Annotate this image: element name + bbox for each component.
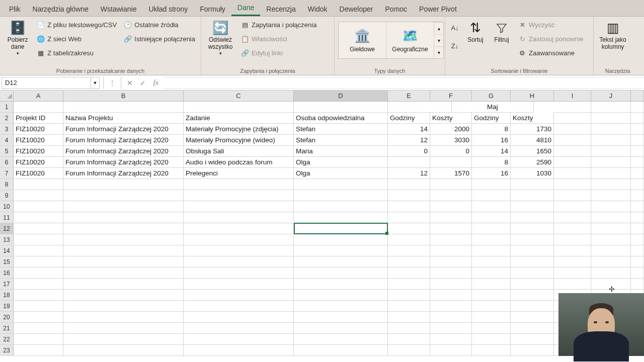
cell[interactable]	[63, 345, 184, 356]
cell[interactable]	[63, 301, 184, 312]
cell[interactable]	[511, 301, 554, 312]
cell[interactable]: Olga	[294, 157, 388, 168]
cell[interactable]	[184, 234, 294, 245]
cell[interactable]	[63, 290, 184, 301]
row-header[interactable]: 1	[0, 102, 14, 113]
cell[interactable]	[184, 334, 294, 345]
cell[interactable]	[631, 135, 644, 146]
from-web-button[interactable]: 🌐Z sieci Web	[35, 33, 119, 45]
cell[interactable]: Forum Informacji Zarządczej 2020	[63, 157, 184, 168]
cell[interactable]	[591, 146, 631, 157]
cell[interactable]: 1730	[511, 124, 554, 135]
stocks-datatype-button[interactable]: 🏛️ Giełdowe	[339, 22, 386, 58]
cell[interactable]: 2000	[430, 124, 472, 135]
cell[interactable]	[591, 212, 631, 223]
filter-button[interactable]: Filtruj	[490, 19, 513, 45]
cell[interactable]	[430, 267, 472, 279]
cell[interactable]	[591, 168, 631, 179]
row-header[interactable]: 5	[0, 146, 14, 157]
cell[interactable]	[294, 245, 388, 256]
cell[interactable]: Maj	[452, 102, 534, 113]
existing-connections-button[interactable]: 🔗Istniejące połączenia	[122, 33, 197, 45]
cell[interactable]: Koszty	[430, 113, 472, 124]
cell[interactable]	[63, 245, 184, 256]
cell[interactable]	[554, 135, 591, 146]
cell[interactable]	[388, 212, 430, 223]
cell[interactable]	[63, 179, 184, 190]
cell[interactable]	[631, 279, 644, 290]
cell[interactable]	[388, 157, 430, 168]
cell[interactable]	[472, 267, 511, 279]
row-header[interactable]: 17	[0, 279, 14, 290]
cell[interactable]: Koszty	[511, 113, 554, 124]
recent-sources-button[interactable]: 🕑Ostatnie źródła	[122, 19, 197, 31]
cell[interactable]	[184, 267, 294, 279]
cell[interactable]	[430, 334, 472, 345]
sort-asc-button[interactable]: A↓	[449, 22, 461, 34]
cell[interactable]	[63, 212, 184, 223]
cell[interactable]	[430, 345, 472, 356]
cell[interactable]	[430, 245, 472, 256]
cell[interactable]: Nazwa Projektu	[63, 113, 184, 124]
gallery-more-button[interactable]: ▾	[434, 46, 443, 58]
cell[interactable]	[184, 212, 294, 223]
cell[interactable]	[294, 190, 388, 201]
cell[interactable]: FIZ10020	[14, 124, 63, 135]
cell[interactable]	[14, 279, 63, 290]
cell[interactable]	[430, 223, 472, 234]
cell[interactable]: Materiały Promocyjne (wideo)	[184, 135, 294, 146]
cell[interactable]	[631, 157, 644, 168]
cell[interactable]	[591, 135, 631, 146]
cell[interactable]	[63, 201, 184, 212]
tab-home[interactable]: Narzędzia główne	[27, 2, 95, 16]
cell[interactable]	[294, 234, 388, 245]
col-header-g[interactable]: G	[472, 90, 511, 101]
get-data-button[interactable]: 🗄️ Pobierz dane ▾	[4, 19, 32, 57]
cell[interactable]	[14, 223, 63, 234]
cell[interactable]	[294, 201, 388, 212]
cell[interactable]	[430, 301, 472, 312]
cell[interactable]	[63, 102, 184, 113]
cell[interactable]	[388, 245, 430, 256]
cell[interactable]: Forum Informacji Zarządczej 2020	[63, 135, 184, 146]
tab-powerpivot[interactable]: Power Pivot	[413, 2, 463, 16]
cell[interactable]	[631, 267, 644, 279]
cell[interactable]	[184, 223, 294, 234]
cell[interactable]	[388, 290, 430, 301]
cell[interactable]	[388, 190, 430, 201]
cell[interactable]	[184, 201, 294, 212]
cell[interactable]	[511, 312, 554, 323]
cell[interactable]: 8	[472, 157, 511, 168]
cell[interactable]: Materiały Promocyjne (zdjęcia)	[184, 124, 294, 135]
cell[interactable]	[430, 201, 472, 212]
col-header-f[interactable]: F	[430, 90, 472, 101]
cell[interactable]: Zadanie	[184, 113, 294, 124]
cell[interactable]	[14, 179, 63, 190]
cell[interactable]	[472, 323, 511, 334]
col-header-i[interactable]: I	[554, 90, 591, 101]
cell[interactable]	[430, 179, 472, 190]
cell[interactable]	[63, 334, 184, 345]
cell[interactable]	[511, 212, 554, 223]
cell[interactable]	[554, 157, 591, 168]
cell[interactable]: 3030	[430, 135, 472, 146]
cell[interactable]	[511, 234, 554, 245]
cell[interactable]	[511, 290, 554, 301]
cell[interactable]	[430, 279, 472, 290]
cell[interactable]	[472, 212, 511, 223]
text-to-columns-button[interactable]: ▥ Tekst jako kolumny	[597, 19, 628, 52]
cell[interactable]	[511, 345, 554, 356]
cell[interactable]	[388, 334, 430, 345]
row-header[interactable]: 11	[0, 212, 14, 223]
cell[interactable]	[511, 323, 554, 334]
cell[interactable]	[591, 223, 631, 234]
tab-view[interactable]: Widok	[302, 2, 334, 16]
cell[interactable]	[554, 245, 591, 256]
formula-input[interactable]	[163, 77, 644, 89]
cell[interactable]	[14, 245, 63, 256]
cell[interactable]	[14, 201, 63, 212]
row-header[interactable]: 13	[0, 234, 14, 245]
cell[interactable]	[294, 323, 388, 334]
cell[interactable]: 1570	[430, 168, 472, 179]
cell[interactable]: 12	[388, 135, 430, 146]
